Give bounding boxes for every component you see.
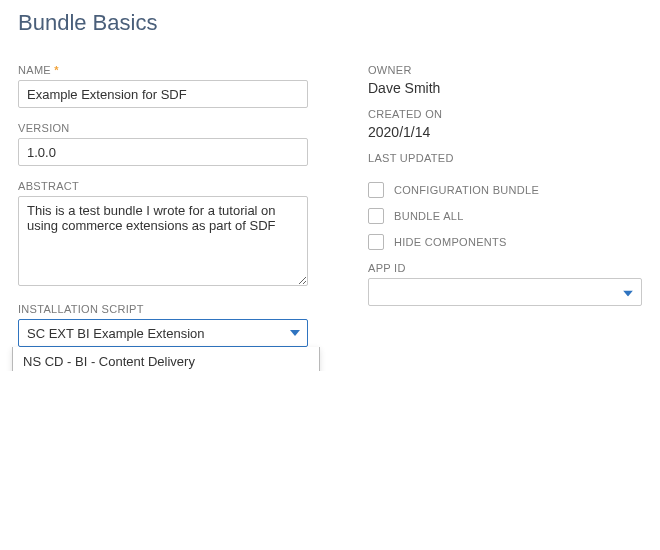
- dropdown-item[interactable]: NS CD - BI - Content Delivery: [13, 347, 319, 371]
- hide-components-checkbox[interactable]: [368, 234, 384, 250]
- chevron-down-icon: [623, 285, 633, 300]
- page-title: Bundle Basics: [18, 10, 642, 36]
- installation-script-select[interactable]: SC EXT BI Example Extension: [18, 319, 308, 347]
- app-id-label: APP ID: [368, 262, 642, 274]
- chevron-down-icon: [290, 330, 300, 336]
- last-updated-label: LAST UPDATED: [368, 152, 642, 164]
- version-label: VERSION: [18, 122, 308, 134]
- name-input[interactable]: [18, 80, 308, 108]
- name-label: NAME *: [18, 64, 308, 76]
- bundle-all-label[interactable]: BUNDLE ALL: [394, 210, 464, 222]
- hide-components-label[interactable]: HIDE COMPONENTS: [394, 236, 507, 248]
- version-input[interactable]: [18, 138, 308, 166]
- bundle-all-checkbox[interactable]: [368, 208, 384, 224]
- installation-script-dropdown[interactable]: NS CD - BI - Content DeliveryNS RC Post …: [12, 347, 320, 371]
- installation-script-selected-value: SC EXT BI Example Extension: [27, 326, 205, 341]
- owner-label: OWNER: [368, 64, 642, 76]
- required-star-icon: *: [54, 64, 59, 76]
- abstract-label: ABSTRACT: [18, 180, 308, 192]
- installation-script-label: INSTALLATION SCRIPT: [18, 303, 308, 315]
- owner-value: Dave Smith: [368, 80, 642, 96]
- created-on-value: 2020/1/14: [368, 124, 642, 140]
- configuration-bundle-label[interactable]: CONFIGURATION BUNDLE: [394, 184, 539, 196]
- app-id-select[interactable]: [368, 278, 642, 306]
- abstract-textarea[interactable]: This is a test bundle I wrote for a tuto…: [18, 196, 308, 286]
- created-on-label: CREATED ON: [368, 108, 642, 120]
- configuration-bundle-checkbox[interactable]: [368, 182, 384, 198]
